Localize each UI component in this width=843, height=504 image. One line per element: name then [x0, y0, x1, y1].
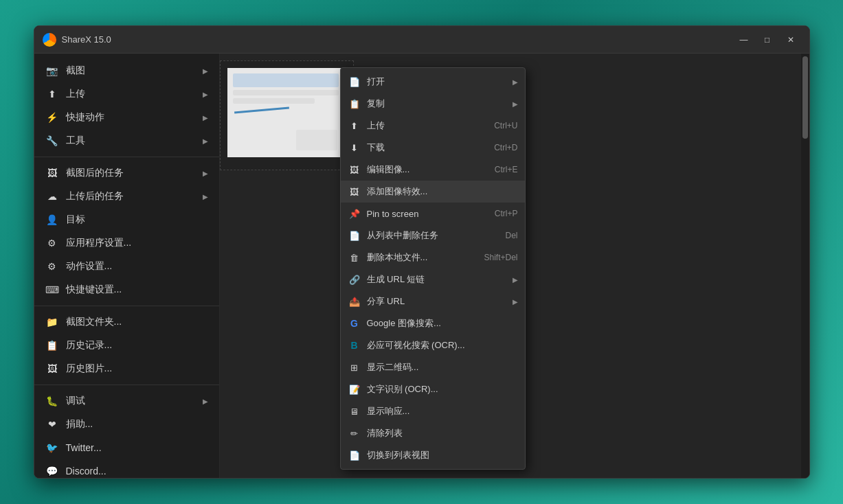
ctx-edit-image[interactable]: 🖼 编辑图像... Ctrl+E [341, 159, 525, 181]
donate-icon: ❤ [45, 417, 59, 431]
ctx-view-icon: 📄 [348, 448, 361, 462]
ctx-switch-view[interactable]: 📄 切换到列表视图 [341, 444, 525, 466]
ctx-download[interactable]: ⬇ 下载 Ctrl+D [341, 137, 525, 159]
ctx-qrcode-icon: ⊞ [348, 360, 361, 374]
open-icon: 📄 [348, 75, 361, 89]
sidebar: 📷 截图 ▶ ⬆ 上传 ▶ ⚡ 快捷动作 ▶ 🔧 工具 ▶ [34, 54, 220, 478]
submenu-arrow: ▶ [513, 78, 518, 86]
ctx-share-url[interactable]: 📤 分享 URL ▶ [341, 290, 525, 312]
arrow-icon: ▶ [203, 91, 208, 98]
ctx-pin-to-screen[interactable]: 📌 Pin to screen Ctrl+P [341, 203, 525, 225]
divider [34, 157, 219, 157]
ctx-shorten-icon: 🔗 [348, 273, 361, 286]
folder-icon: 📁 [45, 315, 59, 329]
action-settings-icon: ⚙ [45, 260, 59, 273]
twitter-icon: 🐦 [45, 441, 59, 455]
sidebar-item-screenshot-folder[interactable]: 📁 截图文件夹... [34, 310, 219, 334]
divider [34, 306, 219, 306]
app-logo [43, 33, 56, 47]
screenshot-container [220, 60, 354, 170]
image-history-icon: 🖼 [45, 362, 59, 376]
sidebar-item-after-upload[interactable]: ☁ 上传后的任务 ▶ [34, 185, 219, 208]
sidebar-item-action-settings[interactable]: ⚙ 动作设置... [34, 255, 219, 278]
ctx-qrcode[interactable]: ⊞ 显示二维码... [341, 356, 525, 378]
ctx-ocr[interactable]: 📝 文字识别 (OCR)... [341, 378, 525, 400]
main-content: 📷 截图 ▶ ⬆ 上传 ▶ ⚡ 快捷动作 ▶ 🔧 工具 ▶ [34, 54, 809, 478]
arrow-icon: ▶ [203, 67, 208, 75]
ctx-effects-icon: 🖼 [348, 185, 361, 198]
upload-icon: ⬆ [45, 87, 59, 101]
window-controls: — □ ✕ [734, 32, 801, 48]
maximize-button[interactable]: □ [757, 32, 778, 48]
ctx-google-search[interactable]: G Google 图像搜索... [341, 312, 525, 334]
ctx-google-icon: G [348, 317, 361, 330]
divider [34, 385, 219, 385]
ctx-edit-icon: 🖼 [348, 163, 361, 176]
submenu-arrow: ▶ [513, 276, 518, 284]
ctx-bing-search[interactable]: B 必应可视化搜索 (OCR)... [341, 334, 525, 356]
arrow-icon: ▶ [203, 114, 208, 122]
ctx-ocr-icon: 📝 [348, 382, 361, 396]
scrollbar [801, 54, 809, 478]
screenshot-thumbnail [227, 68, 344, 157]
submenu-arrow: ▶ [513, 298, 518, 306]
hotkey-settings-icon: ⌨ [45, 283, 59, 297]
sidebar-item-tools[interactable]: 🔧 工具 ▶ [34, 129, 219, 152]
screenshot-icon: 📷 [45, 64, 59, 78]
sidebar-item-after-capture[interactable]: 🖼 截图后的任务 ▶ [34, 161, 219, 185]
ctx-add-effects[interactable]: 🖼 添加图像特效... [341, 181, 525, 203]
ctx-bing-icon: B [348, 339, 361, 352]
sidebar-item-twitter[interactable]: 🐦 Twitter... [34, 436, 219, 459]
ctx-shorten-url[interactable]: 🔗 生成 URL 短链 ▶ [341, 268, 525, 290]
debug-icon: 🐛 [45, 394, 59, 408]
window-title: ShareX 15.0 [62, 34, 734, 45]
copy-icon: 📋 [348, 97, 361, 111]
sidebar-item-upload[interactable]: ⬆ 上传 ▶ [34, 82, 219, 106]
arrow-icon: ▶ [203, 193, 208, 201]
sidebar-item-quick-actions[interactable]: ⚡ 快捷动作 ▶ [34, 106, 219, 129]
ctx-upload[interactable]: ⬆ 上传 Ctrl+U [341, 115, 525, 137]
ctx-clear-icon: ✏ [348, 426, 361, 440]
sidebar-item-donate[interactable]: ❤ 捐助... [34, 413, 219, 436]
history-icon: 📋 [45, 339, 59, 352]
ctx-pin-icon: 📌 [348, 207, 361, 220]
titlebar: ShareX 15.0 — □ ✕ [34, 26, 809, 54]
ctx-share-icon: 📤 [348, 295, 361, 308]
sidebar-item-debug[interactable]: 🐛 调试 ▶ [34, 389, 219, 413]
sidebar-item-discord[interactable]: 💬 Discord... [34, 459, 219, 478]
minimize-button[interactable]: — [734, 32, 754, 48]
content-area: 📄 打开 ▶ 📋 复制 ▶ ⬆ 上传 Ctrl+U ⬇ [220, 54, 801, 478]
submenu-arrow: ▶ [513, 100, 518, 108]
ctx-remove-icon: 📄 [348, 229, 361, 242]
ctx-open[interactable]: 📄 打开 ▶ [341, 71, 525, 93]
ctx-delete-file[interactable]: 🗑 删除本地文件... Shift+Del [341, 247, 525, 268]
ctx-delete-icon: 🗑 [348, 251, 361, 264]
tools-icon: 🔧 [45, 134, 59, 148]
context-menu: 📄 打开 ▶ 📋 复制 ▶ ⬆ 上传 Ctrl+U ⬇ [340, 67, 526, 470]
ctx-response-icon: 🖥 [348, 404, 361, 418]
ctx-copy[interactable]: 📋 复制 ▶ [341, 93, 525, 115]
ctx-remove-task[interactable]: 📄 从列表中删除任务 Del [341, 225, 525, 247]
after-upload-icon: ☁ [45, 190, 59, 203]
discord-icon: 💬 [45, 464, 59, 478]
sidebar-item-history[interactable]: 📋 历史记录... [34, 334, 219, 357]
arrow-icon: ▶ [203, 137, 208, 145]
app-window: ShareX 15.0 — □ ✕ 📷 截图 ▶ ⬆ 上传 ▶ ⚡ [34, 25, 810, 479]
target-icon: 👤 [45, 213, 59, 227]
arrow-icon: ▶ [203, 170, 208, 177]
sidebar-item-screenshot[interactable]: 📷 截图 ▶ [34, 59, 219, 82]
sidebar-item-app-settings[interactable]: ⚙ 应用程序设置... [34, 231, 219, 255]
after-capture-icon: 🖼 [45, 166, 59, 180]
sidebar-item-target[interactable]: 👤 目标 [34, 208, 219, 231]
ctx-upload-icon: ⬆ [348, 119, 361, 133]
close-button[interactable]: ✕ [780, 32, 801, 48]
sidebar-item-image-history[interactable]: 🖼 历史图片... [34, 357, 219, 380]
ctx-download-icon: ⬇ [348, 141, 361, 154]
quick-actions-icon: ⚡ [45, 111, 59, 124]
app-settings-icon: ⚙ [45, 236, 59, 250]
arrow-icon: ▶ [203, 398, 208, 405]
ctx-show-response[interactable]: 🖥 显示响应... [341, 400, 525, 422]
sidebar-item-hotkey-settings[interactable]: ⌨ 快捷键设置... [34, 278, 219, 301]
ctx-clear-list[interactable]: ✏ 清除列表 [341, 422, 525, 444]
scrollbar-thumb[interactable] [802, 56, 808, 139]
